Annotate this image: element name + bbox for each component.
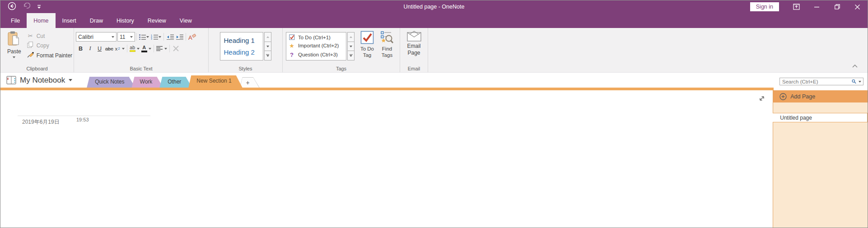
- back-icon[interactable]: [8, 2, 16, 12]
- styles-more-button[interactable]: [264, 51, 271, 60]
- paragraph-alignment-button[interactable]: [155, 44, 168, 53]
- underline-button[interactable]: U: [95, 44, 104, 53]
- notebook-name: My Notebook: [20, 76, 65, 85]
- expand-diagonal-icon: [758, 95, 765, 102]
- tag-question[interactable]: ? Question (Ctrl+3): [286, 51, 346, 58]
- onenote-window: Untitled page - OneNote Sign in File Hom…: [0, 0, 868, 228]
- customize-quick-access-icon[interactable]: [37, 3, 41, 11]
- increase-indent-icon: [176, 34, 183, 40]
- close-icon: [855, 5, 860, 9]
- numbering-icon: 123: [151, 34, 158, 40]
- notebook-dropdown[interactable]: My Notebook: [0, 73, 72, 88]
- group-email: Email Page Email: [400, 28, 428, 72]
- section-tab-work[interactable]: Work: [132, 77, 163, 88]
- tags-gallery: To Do (Ctrl+1) ★ Important (Ctrl+2) ? Qu…: [286, 32, 346, 60]
- styles-scroll-up-button[interactable]: [264, 32, 271, 42]
- tag-important[interactable]: ★ Important (Ctrl+2): [286, 42, 346, 49]
- increase-indent-button[interactable]: [175, 32, 184, 42]
- page-canvas[interactable]: 2019年6月19日 19:53: [0, 90, 773, 228]
- page-date-stamp: 2019年6月19日: [22, 118, 60, 126]
- numbering-button[interactable]: 123: [150, 32, 162, 42]
- bold-button[interactable]: B: [76, 44, 85, 53]
- tab-insert[interactable]: Insert: [56, 13, 83, 28]
- ribbon-display-options-button[interactable]: [786, 0, 807, 13]
- tab-home[interactable]: Home: [27, 13, 55, 28]
- paste-dropdown-caret[interactable]: [13, 56, 15, 58]
- group-basic-text: Calibri 11 123: [74, 28, 209, 72]
- tags-scroll-down-button[interactable]: [347, 42, 355, 51]
- email-page-icon: [407, 31, 421, 42]
- italic-button[interactable]: I: [85, 44, 95, 53]
- page-list-item-untitled[interactable]: Untitled page: [770, 113, 868, 122]
- page-title-underline: [18, 116, 150, 116]
- subscript-button[interactable]: x2: [114, 44, 126, 53]
- font-name-combobox[interactable]: Calibri: [76, 32, 117, 42]
- find-tags-button[interactable]: Find Tags: [378, 29, 397, 60]
- ribbon-display-options-icon: [793, 4, 800, 10]
- decrease-indent-button[interactable]: [165, 32, 175, 42]
- email-page-button[interactable]: Email Page: [402, 29, 426, 58]
- style-heading1[interactable]: Heading 1: [224, 37, 259, 44]
- paragraph-alignment-icon: [156, 46, 163, 51]
- search-input[interactable]: [780, 79, 852, 84]
- tab-file[interactable]: File: [4, 13, 27, 28]
- cut-button[interactable]: ✂ Cut: [25, 32, 74, 40]
- tab-review[interactable]: Review: [141, 13, 173, 28]
- group-styles: Heading 1 Heading 2 Styles: [209, 28, 283, 72]
- clear-formatting-icon: A: [188, 34, 196, 40]
- bullets-icon: [139, 34, 146, 40]
- undo-icon[interactable]: [23, 3, 30, 11]
- scroll-down-icon: [266, 46, 269, 47]
- decrease-indent-icon: [167, 34, 174, 40]
- section-tab-other[interactable]: Other: [159, 77, 192, 88]
- collapse-ribbon-button[interactable]: [852, 61, 858, 70]
- minimize-button[interactable]: [807, 0, 827, 13]
- collapse-ribbon-icon: [852, 65, 858, 68]
- page-panel: Add Page Untitled page: [773, 90, 868, 228]
- tags-scroll-up-button[interactable]: [347, 32, 355, 42]
- close-button[interactable]: [847, 0, 868, 13]
- paste-icon: [7, 31, 21, 47]
- sign-in-button[interactable]: Sign in: [750, 2, 779, 11]
- format-painter-icon: [27, 51, 34, 59]
- add-page-button[interactable]: Add Page: [773, 90, 868, 102]
- todo-checkbox-icon: [289, 34, 295, 40]
- search-scope-caret-icon[interactable]: [859, 81, 861, 83]
- font-color-button[interactable]: A: [140, 44, 152, 53]
- paste-button[interactable]: Paste: [5, 29, 23, 60]
- highlight-button[interactable]: ab: [129, 44, 140, 53]
- notebook-bar: My Notebook Quick Notes Work Other New S…: [0, 73, 868, 88]
- search-icon: [852, 79, 856, 84]
- delete-button[interactable]: [171, 44, 181, 53]
- styles-gallery: Heading 1 Heading 2: [220, 32, 263, 60]
- tags-more-button[interactable]: [347, 51, 355, 60]
- format-painter-button[interactable]: Format Painter: [25, 51, 74, 60]
- clear-formatting-button[interactable]: A: [187, 32, 197, 42]
- font-size-combobox[interactable]: 11: [117, 32, 135, 42]
- tag-todo[interactable]: To Do (Ctrl+1): [286, 34, 346, 40]
- style-heading2[interactable]: Heading 2: [224, 48, 259, 56]
- create-section-button[interactable]: +: [240, 77, 260, 88]
- tab-history[interactable]: History: [110, 13, 141, 28]
- full-page-view-button[interactable]: [758, 95, 765, 104]
- bullets-button[interactable]: [138, 32, 150, 42]
- more-tags-icon: [350, 55, 352, 57]
- ribbon-tab-bar: File Home Insert Draw History Review Vie…: [0, 13, 868, 28]
- tab-view[interactable]: View: [173, 13, 199, 28]
- styles-scroll-down-button[interactable]: [264, 42, 271, 51]
- todo-tag-button[interactable]: To Do Tag: [357, 29, 378, 60]
- section-tab-quick-notes[interactable]: Quick Notes: [87, 77, 135, 88]
- question-mark-icon: ?: [289, 51, 295, 58]
- window-title: Untitled page - OneNote: [0, 0, 868, 13]
- plus-icon: +: [240, 78, 259, 88]
- scroll-up-icon: [350, 36, 352, 38]
- page-time-stamp: 19:53: [76, 117, 89, 122]
- copy-button[interactable]: Copy: [25, 41, 74, 50]
- section-tabs: Quick Notes Work Other New Section 1 +: [87, 75, 260, 88]
- restore-button[interactable]: [827, 0, 847, 13]
- section-tab-new-section-1[interactable]: New Section 1: [188, 75, 242, 88]
- strikethrough-button[interactable]: abc: [104, 44, 114, 53]
- tab-draw[interactable]: Draw: [83, 13, 110, 28]
- search-box[interactable]: [779, 78, 863, 85]
- quick-access-toolbar: [8, 2, 41, 12]
